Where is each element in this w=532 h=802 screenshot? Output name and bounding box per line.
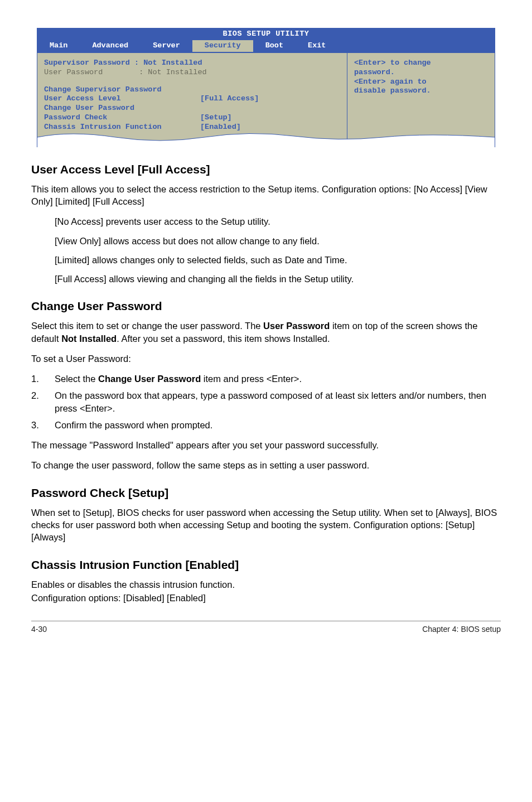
change-supervisor: Change Supervisor Password [44,85,162,95]
step-text: On the password box that appears, type a… [55,389,501,414]
chassis-intrusion-label: Chassis Intrusion Function [44,123,200,132]
s1a: Select the [55,374,98,384]
step-num: 1. [31,373,55,385]
cup-t3: . After you set a password, this item sh… [117,334,330,344]
step-2: 2.On the password box that appears, type… [31,389,501,414]
step-num: 3. [31,419,55,431]
footer-page-num: 4-30 [31,625,47,634]
tab-boot: Boot [253,40,296,52]
chassis-intrusion-value: [Enabled] [200,123,241,132]
cif-opts: Configuration options: [Disabled] [Enabl… [31,592,501,604]
user-access-level-value: [Full Access] [200,94,259,104]
help-line2: password. [354,68,488,78]
help-line3: <Enter> again to [354,78,488,87]
cup-to-set: To set a User Password: [31,352,501,365]
ual-opt-no-access: [No Access] prevents user access to the … [55,215,501,228]
tab-server: Server [141,40,192,52]
help-line1: <Enter> to change [354,59,488,68]
cup-change: To change the user password, follow the … [31,459,501,471]
tab-exit: Exit [296,40,338,52]
footer-chapter: Chapter 4: BIOS setup [422,625,501,634]
cup-success: The message "Password Installed" appears… [31,439,501,451]
ual-desc: This item allows you to select the acces… [31,183,501,208]
step-3: 3.Confirm the password when prompted. [31,419,501,431]
ual-opt-view-only: [View Only] allows access but does not a… [55,235,501,247]
heading-chassis-intrusion: Chassis Intrusion Function [Enabled] [31,558,501,572]
cup-t1: Select this item to set or change the us… [31,321,263,331]
help-line4: disable password. [354,86,488,96]
bios-help-pane: <Enter> to change password. <Enter> agai… [347,53,495,147]
cup-desc: Select this item to set or change the us… [31,320,501,345]
s1c: item and press <Enter>. [201,374,302,384]
cup-b2: Not Installed [61,334,117,344]
ual-opt-full-access: [Full Access] allows viewing and changin… [55,273,501,285]
cif-desc: Enables or disables the chassis intrusio… [31,578,501,591]
password-check-label: Password Check [44,113,200,123]
supervisor-pw-value: Not Installed [143,59,202,68]
step-1: 1.Select the Change User Password item a… [31,373,501,385]
bios-tab-bar: Main Advanced Server Security Boot Exit [37,40,495,53]
step-text: Confirm the password when prompted. [55,419,501,431]
cup-b1: User Password [263,321,330,331]
heading-change-user-password: Change User Password [31,299,501,313]
step-text: Select the Change User Password item and… [55,373,501,385]
heading-password-check: Password Check [Setup] [31,486,501,500]
s1b: Change User Password [98,374,201,384]
change-user-pw: Change User Password [44,104,134,113]
ual-opt-limited: [Limited] allows changes only to selecte… [55,254,501,266]
bios-title: BIOS SETUP UTILITY [37,28,495,40]
user-pw-value: Not Installed [148,68,206,78]
pwc-desc: When set to [Setup], BIOS checks for use… [31,506,501,544]
bios-screenshot: BIOS SETUP UTILITY Main Advanced Server … [37,28,495,147]
heading-user-access-level: User Access Level [Full Access] [31,163,501,176]
supervisor-pw-label: Supervisor Password : [44,59,143,68]
user-pw-label: User Password : [44,68,148,78]
tab-security: Security [192,40,253,52]
password-check-value: [Setup] [200,113,232,123]
cup-steps: 1.Select the Change User Password item a… [31,373,501,431]
tab-main: Main [37,40,80,52]
tab-advanced: Advanced [80,40,141,52]
bios-left-pane: Supervisor Password : Not Installed User… [37,53,347,147]
step-num: 2. [31,389,55,414]
bios-body: Supervisor Password : Not Installed User… [37,53,495,147]
page-footer: 4-30 Chapter 4: BIOS setup [31,621,501,634]
user-access-level-label: User Access Level [44,94,200,104]
